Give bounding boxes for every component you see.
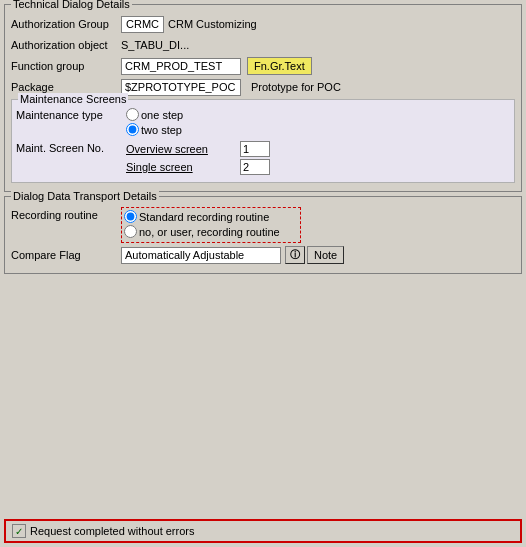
recording-label: Recording routine [11, 207, 121, 221]
func-group-label: Function group [11, 60, 121, 72]
note-button[interactable]: Note [307, 246, 344, 264]
compare-flag-row: Compare Flag ⓘ Note [11, 246, 515, 264]
main-container: Technical Dialog Details Authorization G… [0, 0, 526, 547]
auth-group-row: Authorization Group CRMC CRM Customizing [11, 15, 515, 33]
func-group-input[interactable]: CRM_PROD_TEST [121, 58, 241, 75]
standard-recording-label: Standard recording routine [139, 211, 269, 223]
maint-type-label: Maintenance type [16, 108, 126, 121]
technical-section: Technical Dialog Details Authorization G… [4, 4, 522, 192]
standard-recording-radio[interactable] [124, 210, 137, 223]
overview-screen-row: Overview screen [126, 141, 270, 157]
single-screen-row: Single screen [126, 159, 270, 175]
overview-screen-input[interactable] [240, 141, 270, 157]
auth-object-value: S_TABU_DI... [121, 39, 189, 51]
two-step-radio[interactable] [126, 123, 139, 136]
auth-group-code: CRMC [121, 16, 164, 33]
compare-flag-label: Compare Flag [11, 249, 121, 261]
one-step-label: one step [141, 109, 183, 121]
fn-gr-text-button[interactable]: Fn.Gr.Text [247, 57, 312, 75]
single-screen-label[interactable]: Single screen [126, 161, 236, 173]
maint-type-radios: one step two step [126, 108, 183, 138]
auth-object-row: Authorization object S_TABU_DI... [11, 36, 515, 54]
dialog-section-title: Dialog Data Transport Details [11, 190, 159, 202]
maint-type-row: Maintenance type one step two step [16, 108, 510, 138]
standard-recording-row: Standard recording routine [124, 210, 280, 223]
package-desc: Prototype for POC [251, 81, 341, 93]
status-check-icon: ✓ [12, 524, 26, 538]
dialog-section: Dialog Data Transport Details Recording … [4, 196, 522, 274]
screen-no-inputs: Overview screen Single screen [126, 141, 270, 175]
technical-section-title: Technical Dialog Details [11, 0, 132, 10]
one-step-row: one step [126, 108, 183, 121]
recording-routine-row: Recording routine Standard recording rou… [11, 207, 515, 243]
func-group-row: Function group CRM_PROD_TEST Fn.Gr.Text [11, 57, 515, 75]
maintenance-screens-section: Maintenance Screens Maintenance type one… [11, 99, 515, 183]
no-recording-row: no, or user, recording routine [124, 225, 280, 238]
spacer [4, 278, 522, 515]
package-label: Package [11, 81, 121, 93]
maint-screens-title: Maintenance Screens [18, 93, 128, 105]
status-bar: ✓ Request completed without errors [4, 519, 522, 543]
recording-dashed-box: Standard recording routine no, or user, … [121, 207, 301, 243]
package-input[interactable]: $ZPROTOTYPE_POC [121, 79, 241, 96]
one-step-radio[interactable] [126, 108, 139, 121]
status-message: Request completed without errors [30, 525, 194, 537]
two-step-row: two step [126, 123, 183, 136]
compare-flag-input[interactable] [121, 247, 281, 264]
recording-radios: Standard recording routine no, or user, … [121, 207, 301, 243]
single-screen-input[interactable] [240, 159, 270, 175]
maint-screen-no-label: Maint. Screen No. [16, 141, 126, 154]
no-recording-radio[interactable] [124, 225, 137, 238]
no-recording-label: no, or user, recording routine [139, 226, 280, 238]
info-button[interactable]: ⓘ [285, 246, 305, 264]
overview-screen-label[interactable]: Overview screen [126, 143, 236, 155]
two-step-label: two step [141, 124, 182, 136]
auth-group-label: Authorization Group [11, 18, 121, 30]
auth-object-label: Authorization object [11, 39, 121, 51]
maint-screen-no-row: Maint. Screen No. Overview screen Single… [16, 141, 510, 175]
auth-group-value: CRM Customizing [168, 18, 257, 30]
